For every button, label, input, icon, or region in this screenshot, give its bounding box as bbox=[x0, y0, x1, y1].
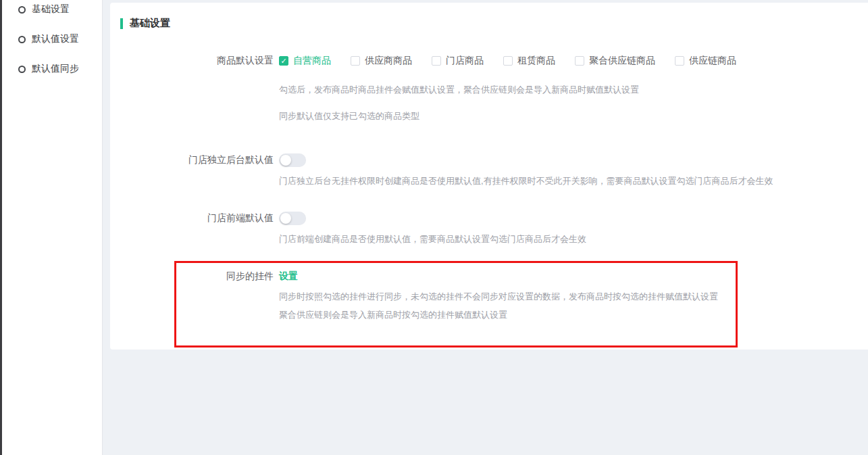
settings-sidebar: 基础设置 默认值设置 默认值同步 bbox=[2, 0, 103, 455]
store-backend-default-toggle[interactable] bbox=[279, 153, 306, 167]
checkbox-lease-product[interactable]: ✓ 租赁商品 bbox=[503, 55, 555, 67]
radio-icon bbox=[18, 36, 26, 43]
checkbox-icon: ✓ bbox=[575, 56, 584, 66]
checkbox-icon: ✓ bbox=[503, 56, 513, 66]
sidebar-item-default-value-settings[interactable]: 默认值设置 bbox=[18, 31, 102, 47]
product-defaults-row: 商品默认设置 ✓ 自营商品 ✓ 供应商商品 ✓ 门店商品 ✓ 租赁商品 ✓ 聚合… bbox=[110, 53, 868, 68]
sidebar-item-label: 基础设置 bbox=[32, 3, 70, 16]
sync-widgets-label: 同步的挂件 bbox=[110, 270, 274, 283]
checkbox-aggregate-supply-chain-product[interactable]: ✓ 聚合供应链商品 bbox=[575, 55, 655, 67]
toggle-knob bbox=[280, 155, 291, 166]
sync-widgets-help-1: 同步时按照勾选的挂件进行同步，未勾选的挂件不会同步对应设置的数据，发布商品时按勾… bbox=[279, 290, 854, 304]
sync-widgets-settings-link[interactable]: 设置 bbox=[279, 270, 298, 283]
section-title: 基础设置 bbox=[130, 17, 170, 30]
checkbox-icon: ✓ bbox=[279, 56, 288, 66]
radio-icon bbox=[18, 6, 26, 14]
checkbox-supply-chain-product[interactable]: ✓ 供应链商品 bbox=[675, 55, 736, 67]
checkbox-icon: ✓ bbox=[675, 56, 684, 66]
section-header: 基础设置 bbox=[120, 17, 170, 30]
sync-widgets-row: 同步的挂件 设置 bbox=[110, 269, 868, 284]
store-front-default-toggle[interactable] bbox=[279, 212, 306, 225]
accent-bar bbox=[120, 18, 123, 29]
toggle-knob bbox=[280, 213, 291, 224]
store-front-default-help: 门店前端创建商品是否使用默认值，需要商品默认设置勾选门店商品后才会生效 bbox=[279, 233, 854, 246]
sidebar-item-label: 默认值同步 bbox=[32, 63, 79, 75]
store-front-default-label: 门店前端默认值 bbox=[110, 212, 274, 224]
store-front-default-row: 门店前端默认值 bbox=[110, 212, 868, 225]
check-icon: ✓ bbox=[280, 57, 286, 65]
store-backend-default-row: 门店独立后台默认值 bbox=[110, 153, 868, 167]
product-type-checkbox-group: ✓ 自营商品 ✓ 供应商商品 ✓ 门店商品 ✓ 租赁商品 ✓ 聚合供应链商品 ✓… bbox=[279, 55, 736, 67]
product-defaults-label: 商品默认设置 bbox=[110, 55, 274, 67]
product-defaults-help-1: 勾选后，发布商品时商品挂件会赋值默认设置，聚合供应链则会是导入新商品时赋值默认设… bbox=[279, 83, 854, 97]
store-backend-default-label: 门店独立后台默认值 bbox=[110, 154, 274, 166]
sidebar-item-basic-settings[interactable]: 基础设置 bbox=[18, 1, 102, 18]
basic-settings-panel: 基础设置 商品默认设置 ✓ 自营商品 ✓ 供应商商品 ✓ 门店商品 ✓ 租赁商品… bbox=[110, 3, 868, 350]
checkbox-self-operated-product[interactable]: ✓ 自营商品 bbox=[279, 55, 331, 67]
checkbox-icon: ✓ bbox=[432, 56, 441, 66]
checkbox-icon: ✓ bbox=[351, 56, 360, 66]
checkbox-supplier-product[interactable]: ✓ 供应商商品 bbox=[351, 55, 412, 67]
sync-widgets-help-2: 聚合供应链则会是导入新商品时按勾选的挂件赋值默认设置 bbox=[279, 308, 854, 322]
sidebar-item-label: 默认值设置 bbox=[32, 33, 79, 45]
checkbox-store-product[interactable]: ✓ 门店商品 bbox=[432, 55, 484, 67]
product-defaults-help-2: 同步默认值仅支持已勾选的商品类型 bbox=[279, 110, 854, 123]
sidebar-item-default-value-sync[interactable]: 默认值同步 bbox=[18, 61, 102, 77]
radio-icon bbox=[18, 66, 26, 73]
store-backend-default-help: 门店独立后台无挂件权限时创建商品是否使用默认值,有挂件权限时不受此开关影响，需要… bbox=[279, 174, 854, 188]
